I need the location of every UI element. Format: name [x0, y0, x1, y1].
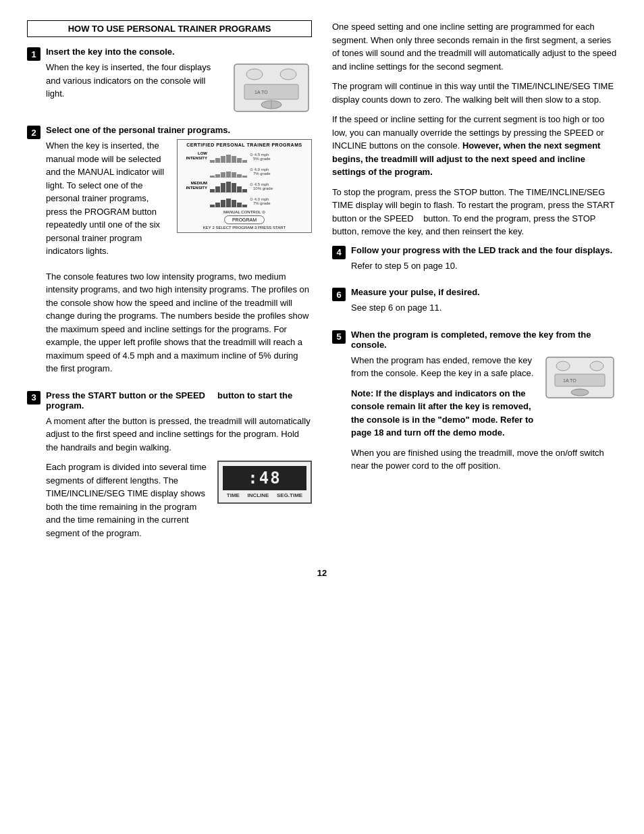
step-4-text: Refer to step 5 on page 10. — [351, 259, 617, 273]
step-1-content: Insert the key into the console. When th… — [46, 47, 312, 117]
svg-point-8 — [556, 361, 570, 371]
bar — [215, 158, 220, 163]
bar — [221, 172, 225, 178]
manual-control-label: MANUAL CONTROL ⊙ — [180, 209, 308, 214]
step-5-body: When the program has ended, remove the k… — [351, 354, 617, 446]
step-5: 5 When the program is completed, remove … — [332, 330, 617, 479]
medium-speed-label-1: ⊙ 4.5 mph 10% grade — [250, 182, 273, 190]
bar — [232, 183, 236, 192]
step-1: 1 Insert the key into the console. When … — [27, 47, 312, 117]
trainer-rows: LOWINTENSITY — [180, 149, 308, 207]
step-2-content: Select one of the personal trainer progr… — [46, 125, 312, 382]
svg-point-9 — [590, 361, 603, 371]
step-1-body: When the key is inserted, the four displ… — [46, 61, 312, 117]
step-3-text-2: Each program is divided into several tim… — [46, 461, 211, 540]
bar — [226, 182, 231, 192]
step-4-title: Follow your progress with the LED track … — [351, 245, 617, 255]
step-2-body: When the key is inserted, the manual mod… — [46, 139, 312, 265]
right-para-2: The program will continue in this way un… — [332, 80, 617, 106]
console-illustration-1: 1A TO — [231, 61, 312, 117]
bar — [242, 160, 247, 163]
bar — [226, 172, 231, 178]
key-remove-svg: 1A TO — [543, 354, 617, 401]
page-number: 12 — [27, 568, 617, 578]
medium-intensity-label: MEDIUMINTENSITY — [180, 181, 207, 190]
timer-label-incline: INCLINE — [247, 492, 269, 498]
right-para-1: One speed setting and one incline settin… — [332, 20, 617, 73]
step-6-title: Measure your pulse, if desired. — [351, 287, 617, 297]
bar — [237, 186, 242, 192]
svg-rect-3 — [244, 84, 298, 99]
bar — [215, 203, 220, 207]
bar — [226, 199, 231, 207]
step-1-title: Insert the key into the console. — [46, 47, 312, 57]
step-5-bold-text: Note: If the displays and indicators on … — [351, 388, 533, 438]
step-4-number: 4 — [332, 246, 346, 259]
step-6-number: 6 — [332, 288, 346, 301]
bar — [210, 189, 215, 192]
bar — [215, 174, 220, 178]
trainer-panel-title: CERTIFIED PERSONAL TRAINER PROGRAMS — [180, 142, 308, 147]
low-intensity-label: LOWINTENSITY — [180, 151, 207, 161]
bar — [237, 174, 242, 178]
bar — [210, 205, 215, 207]
key-remove-illustration: 1A TO — [543, 354, 617, 403]
program-button-icon: PROGRAM — [224, 215, 265, 224]
step-3-body: Each program is divided into several tim… — [46, 461, 312, 546]
step-5-text-2: When you are finished using the treadmil… — [351, 446, 617, 473]
left-column: HOW TO USE PERSONAL TRAINER PROGRAMS 1 I… — [27, 20, 312, 554]
medium-bars-bottom — [210, 194, 247, 207]
page-container: HOW TO USE PERSONAL TRAINER PROGRAMS 1 I… — [27, 20, 617, 554]
section-title: HOW TO USE PERSONAL TRAINER PROGRAMS — [68, 24, 271, 34]
step-2-text-details: The console features two low intensity p… — [46, 270, 312, 375]
step-2-number: 2 — [27, 126, 41, 139]
step-3-number: 3 — [27, 391, 41, 405]
medium-bars-top — [210, 179, 247, 192]
low-bars-2 — [210, 164, 247, 178]
medium-speed-label-2: ⊙ 4.0 mph 7% grade — [250, 197, 271, 205]
right-para-4: To stop the program, press the STOP butt… — [332, 186, 617, 238]
bar — [210, 176, 215, 178]
step-5-text-container: When the program has ended, remove the k… — [351, 354, 536, 446]
bar — [221, 156, 225, 163]
step-2-title: Select one of the personal trainer progr… — [46, 125, 312, 135]
low-bars-bottom — [210, 164, 247, 178]
low-speed-label-2: ⊙ 4.0 mph 7% grade — [250, 167, 271, 176]
step-5-text-bold: Note: If the displays and indicators on … — [351, 387, 536, 440]
timer-illustration: :48 TIME INCLINE SEG.TIME — [217, 461, 312, 504]
bar — [226, 155, 231, 163]
console-svg-1: 1A TO — [231, 61, 312, 115]
bar — [221, 200, 225, 207]
timer-label-segtime: SEG.TIME — [277, 492, 302, 498]
bar — [232, 200, 236, 207]
step-1-number: 1 — [27, 47, 41, 61]
step-6-text: See step 6 on page 11. — [351, 301, 617, 315]
step-5-content: When the program is completed, remove th… — [351, 330, 617, 479]
step-3-content: Press the START button or the SPEED butt… — [46, 390, 312, 547]
low-bars-container — [210, 149, 247, 163]
timer-labels: TIME INCLINE SEG.TIME — [223, 492, 306, 498]
right-column: One speed setting and one incline settin… — [332, 20, 617, 554]
bar — [221, 183, 225, 192]
svg-point-2 — [280, 69, 296, 80]
bar — [242, 189, 247, 192]
section-header: HOW TO USE PERSONAL TRAINER PROGRAMS — [27, 20, 312, 37]
medium-bars-container — [210, 179, 247, 192]
bar — [232, 156, 236, 163]
timer-label-time: TIME — [227, 492, 240, 498]
step-3-title: Press the START button or the SPEED butt… — [46, 390, 312, 411]
program-btn-container: PROGRAM — [180, 215, 308, 224]
step-2: 2 Select one of the personal trainer pro… — [27, 125, 312, 382]
bar — [210, 160, 215, 163]
bar — [237, 158, 242, 163]
trainer-row-low: LOWINTENSITY — [180, 149, 308, 163]
low-speed-label-1: ⊙ 4.5 mph 5% grade — [250, 152, 271, 161]
low-bars-top — [210, 149, 247, 163]
trainer-row-medium-2: ⊙ 4.0 mph 7% grade — [180, 194, 308, 207]
bar — [242, 205, 247, 207]
step-3-text-1: A moment after the button is pressed, th… — [46, 415, 312, 454]
right-para-3: If the speed or incline setting for the … — [332, 113, 617, 179]
bar — [232, 172, 236, 178]
step-4: 4 Follow your progress with the LED trac… — [332, 245, 617, 280]
key-label: KEY 2 SELECT PROGRAM 3 PRESS START — [180, 226, 308, 230]
